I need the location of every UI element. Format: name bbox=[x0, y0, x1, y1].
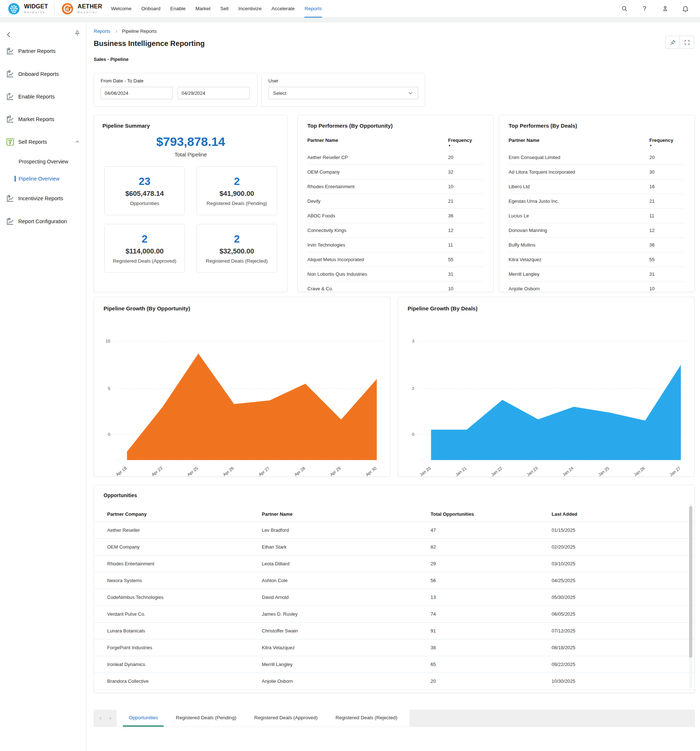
pipeline-growth-by-deals-chart[interactable]: Pipeline Growth (By Deals) 023Jan 20Jan … bbox=[398, 297, 695, 477]
svg-text:Apr 23: Apr 23 bbox=[151, 466, 163, 476]
total-opportunities-column-header[interactable]: Total Opportunities bbox=[430, 511, 552, 517]
table-row: Enim Consequat Limited20 bbox=[509, 150, 685, 165]
nav-item-accelerate[interactable]: Accelerate bbox=[271, 0, 295, 17]
partner-company-cell: Verdant Pulse Co. bbox=[94, 611, 262, 617]
registered-deals-rejected-tile: 2 $32,500.00 Registered Deals (Rejected) bbox=[196, 224, 277, 273]
partner-company-cell: Aether Reseller bbox=[94, 527, 262, 533]
partner-name-cell: Ethan Stark bbox=[262, 544, 430, 550]
pipeline-growth-by-opportunity-chart[interactable]: Pipeline Growth (By Opportunity) 0510Apr… bbox=[94, 297, 390, 477]
pin-report-button[interactable] bbox=[666, 36, 680, 48]
charts-row: Pipeline Growth (By Opportunity) 0510Apr… bbox=[94, 297, 695, 477]
frequency-column-header[interactable]: Frequency ▼ bbox=[649, 138, 685, 147]
partner-company-column-header[interactable]: Partner Company bbox=[94, 511, 262, 517]
tab-opportunities[interactable]: Opportunities bbox=[123, 710, 164, 726]
notifications-icon[interactable] bbox=[682, 5, 689, 12]
partner-name-cell: Christoffer Swain bbox=[262, 628, 430, 634]
chevron-right-icon bbox=[114, 29, 118, 33]
nav-item-incentivize[interactable]: Incentivize bbox=[239, 0, 262, 17]
sidebar-back-icon[interactable] bbox=[5, 31, 13, 39]
table-row: CodeNimbus TechnologiesDavid Arnold1305/… bbox=[94, 589, 695, 606]
frequency-cell: 31 bbox=[448, 271, 484, 277]
sidebar-item-sell-reports[interactable]: Sell Reports bbox=[0, 134, 86, 149]
search-icon[interactable] bbox=[620, 5, 628, 12]
tile-label: Registered Deals (Approved) bbox=[105, 258, 185, 264]
tab-bar-filler bbox=[409, 710, 695, 726]
sidebar-item-incentivize-reports[interactable]: Incentivize Reports bbox=[0, 191, 86, 206]
partner-name-cell: Connectivity Kings bbox=[307, 227, 448, 233]
svg-text:Jan 22: Jan 22 bbox=[490, 466, 503, 476]
table-row: Aether ResellerLev Bradford4701/15/2025 bbox=[94, 522, 695, 539]
table-scrollbar-thumb[interactable] bbox=[689, 506, 692, 658]
onboard-report-icon bbox=[5, 69, 15, 79]
total-pipeline-value: $793,878.14 bbox=[94, 134, 287, 149]
nav-item-welcome[interactable]: Welcome bbox=[111, 0, 131, 17]
pin-icon bbox=[670, 39, 676, 46]
partner-name-cell: David Arnold bbox=[262, 595, 430, 600]
from-date-input[interactable] bbox=[101, 87, 173, 99]
sidebar-item-onboard-reports[interactable]: Onboard Reports bbox=[0, 67, 86, 81]
tab-scroll-left-icon[interactable] bbox=[99, 716, 102, 720]
chevron-up-icon[interactable] bbox=[74, 139, 80, 145]
svg-text:Jan 24: Jan 24 bbox=[562, 466, 575, 476]
tab-registered-deals-rejected[interactable]: Registered Deals (Rejected) bbox=[330, 710, 403, 726]
sidebar-item-report-configuration[interactable]: Report Configuration bbox=[0, 214, 86, 229]
partner-name-cell: Kitra Velazquez bbox=[262, 645, 430, 651]
partner-name-cell: Aliquet Metus Incorporated bbox=[307, 257, 448, 262]
svg-text:Apr 18: Apr 18 bbox=[115, 466, 128, 476]
partner-name-column-header[interactable]: Partner Name bbox=[509, 138, 649, 143]
nav-item-enable[interactable]: Enable bbox=[170, 0, 186, 17]
sidebar-item-enable-reports[interactable]: Enable Reports bbox=[0, 90, 86, 104]
table-row: Ad Litora Torquent Incorporated30 bbox=[509, 165, 685, 179]
svg-text:Apr 25: Apr 25 bbox=[186, 466, 199, 476]
sidebar-item-market-reports[interactable]: Market Reports bbox=[0, 112, 86, 127]
frequency-cell: 31 bbox=[649, 271, 685, 277]
nav-item-onboard[interactable]: Onboard bbox=[141, 0, 160, 17]
svg-text:Jan 23: Jan 23 bbox=[526, 466, 538, 476]
total-opportunities-cell: 91 bbox=[430, 628, 552, 634]
area-chart-canvas[interactable]: 0510Apr 18Apr 23Apr 25Apr 26Apr 27Apr 28… bbox=[94, 297, 390, 476]
tab-scroll-right-icon[interactable] bbox=[108, 716, 112, 720]
svg-text:Apr 29: Apr 29 bbox=[329, 466, 342, 476]
breadcrumb-current: Pipeline Reports bbox=[122, 28, 157, 34]
to-date-input[interactable] bbox=[177, 87, 250, 99]
area-chart-canvas[interactable]: 023Jan 20Jan 21Jan 22Jan 23Jan 24Jan 25J… bbox=[398, 297, 694, 476]
nav-item-market[interactable]: Market bbox=[196, 0, 210, 17]
svg-text:Jan 20: Jan 20 bbox=[419, 466, 431, 476]
sidebar-item-pipeline-overview[interactable]: Pipeline Overview bbox=[0, 173, 86, 185]
nav-item-reports[interactable]: Reports bbox=[304, 0, 322, 17]
user-filter-card: User Select bbox=[261, 73, 425, 107]
sidebar-item-label: Market Reports bbox=[18, 116, 54, 122]
tab-registered-deals-pending[interactable]: Registered Deals (Pending) bbox=[170, 710, 242, 726]
svg-text:3: 3 bbox=[412, 339, 414, 343]
table-row: OEM Company32 bbox=[307, 165, 484, 179]
sidebar-item-prospecting-overview[interactable]: Prospecting Overview bbox=[0, 155, 86, 168]
table-row: Connectivity Kings12 bbox=[307, 223, 484, 238]
partner-name-cell: ABOC Foods bbox=[307, 213, 448, 218]
table-row: Donovan Manning12 bbox=[509, 223, 685, 238]
last-added-column-header[interactable]: Last Added bbox=[552, 511, 695, 517]
svg-text:Jan 27: Jan 27 bbox=[669, 466, 681, 476]
opportunities-title: Opportunities bbox=[94, 492, 695, 498]
partner-name-column-header[interactable]: Partner Name bbox=[262, 511, 430, 517]
sidebar-pin-icon[interactable] bbox=[74, 30, 82, 38]
partner-report-icon bbox=[5, 46, 15, 56]
tab-registered-deals-approved[interactable]: Registered Deals (Approved) bbox=[248, 710, 324, 726]
chevron-down-icon bbox=[408, 90, 413, 96]
nav-item-sell[interactable]: Sell bbox=[220, 0, 228, 17]
user-icon[interactable] bbox=[661, 5, 669, 12]
help-icon[interactable]: ? bbox=[641, 5, 648, 12]
breadcrumb-reports-link[interactable]: Reports bbox=[94, 28, 111, 34]
fullscreen-button[interactable] bbox=[680, 36, 694, 48]
partner-name-column-header[interactable]: Partner Name bbox=[307, 138, 448, 143]
user-select[interactable]: Select bbox=[268, 87, 418, 99]
frequency-column-header[interactable]: Frequency ▼ bbox=[448, 138, 484, 147]
frequency-cell: 20 bbox=[448, 155, 484, 160]
partner-name-cell: Aether Reseller CP bbox=[307, 155, 448, 160]
brand-subtitle: Networks bbox=[24, 11, 48, 14]
table-row: Nexora SystemsAshton Cole5604/25/2025 bbox=[94, 572, 695, 589]
top-navigation-bar: WIDGET Networks AETHER Reseller Welcome … bbox=[0, 0, 700, 17]
table-row: Libero Ltd16 bbox=[509, 179, 685, 194]
partner-company-cell: Rhodes Entertainment bbox=[94, 561, 262, 566]
partner-company-cell: Nexora Systems bbox=[94, 578, 262, 583]
sidebar-item-partner-reports[interactable]: Partner Reports bbox=[0, 44, 86, 58]
